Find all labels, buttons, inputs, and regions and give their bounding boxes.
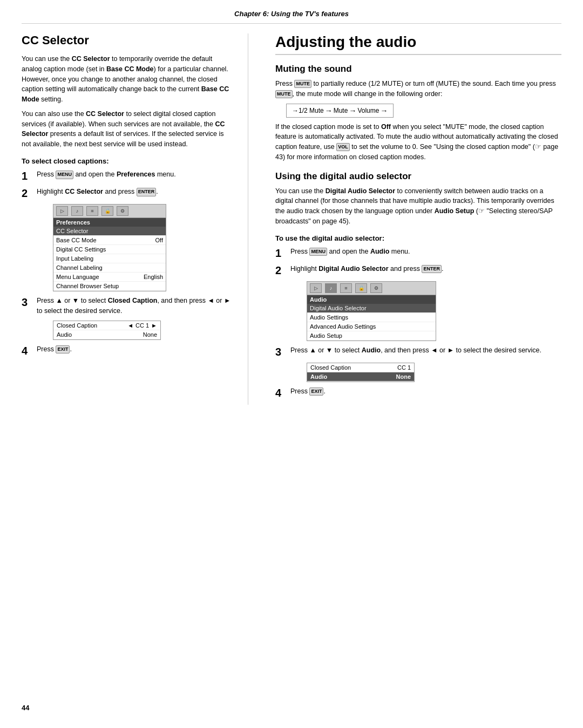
instruction-title: To select closed captions: bbox=[22, 156, 232, 167]
audio-menu-item-setup: Audio Setup bbox=[307, 331, 436, 341]
menu-item-input-labeling: Input Labeling bbox=[53, 254, 166, 263]
digital-step-number-3: 3 bbox=[275, 345, 286, 358]
audio-table-row2: Audio None bbox=[307, 372, 414, 382]
menu-item-menu-language: Menu LanguageEnglish bbox=[53, 273, 166, 282]
vol-icon: VOL bbox=[336, 143, 350, 152]
menu-item-digital-cc: Digital CC Settings bbox=[53, 245, 166, 254]
step-3: 3 Press ▲ or ▼ to select Closed Caption,… bbox=[22, 296, 232, 316]
mute-step-2: Mute bbox=[334, 107, 348, 114]
adjusting-audio-title: Adjusting the audio bbox=[275, 33, 561, 55]
audio-menu-item-das: Digital Audio Selector bbox=[307, 304, 436, 313]
mute-step-3: Volume bbox=[357, 107, 379, 114]
step-3-text: Press ▲ or ▼ to select Closed Caption, a… bbox=[37, 296, 232, 316]
icon-1: ▷ bbox=[56, 206, 68, 216]
audio-menu-item-advanced: Advanced Audio Settings bbox=[307, 322, 436, 331]
step-number-3: 3 bbox=[22, 296, 32, 309]
menu-icon-2: MENU bbox=[309, 248, 327, 256]
audio-icon-2: ♪ bbox=[325, 283, 337, 293]
cc-selector-title: CC Selector bbox=[22, 33, 232, 47]
step-2: 2 Highlight CC Selector and press ENTER. bbox=[22, 187, 232, 200]
digital-step-4: 4 Press EXIT. bbox=[275, 386, 561, 399]
arrows: ◄ CC 1 ► bbox=[127, 322, 157, 329]
audio-table: Closed Caption CC 1 Audio None bbox=[307, 363, 415, 382]
cc-selector-para1: You can use the CC Selector to temporari… bbox=[22, 54, 232, 105]
digital-step-2: 2 Highlight Digital Audio Selector and p… bbox=[275, 264, 561, 277]
step-4: 4 Press EXIT. bbox=[22, 344, 232, 357]
page-number: 44 bbox=[22, 704, 29, 712]
mute-icon-2: MUTE bbox=[275, 90, 293, 99]
icon-5: ⚙ bbox=[117, 206, 128, 216]
audio-icon-1: ▷ bbox=[310, 283, 322, 293]
chapter-header-text: Chapter 6: Using the TV's features bbox=[234, 10, 349, 18]
to-select-closed-captions-block: To select closed captions: 1 Press MENU … bbox=[22, 156, 232, 357]
cc-table: Closed Caption ◄ CC 1 ► Audio None bbox=[53, 321, 161, 340]
audio-menu-icons-bar: ▷ ♪ ≡ 🔒 ⚙ bbox=[307, 282, 436, 295]
enter-icon: ENTER bbox=[137, 188, 157, 196]
cc-selector-table: Closed Caption ◄ CC 1 ► Audio None bbox=[37, 321, 232, 340]
mute-arrow-1: → bbox=[325, 106, 333, 115]
digital-step-4-text: Press EXIT. bbox=[290, 386, 561, 397]
page-container: Chapter 6: Using the TV's features CC Se… bbox=[0, 0, 583, 728]
muting-para1: Press MUTE to partially reduce (1/2 MUTE… bbox=[275, 79, 561, 99]
audio-icon-3: ≡ bbox=[340, 283, 352, 293]
menu-icons-bar: ▷ ♪ ≡ 🔒 ⚙ bbox=[53, 205, 166, 218]
step-2-text: Highlight CC Selector and press ENTER. bbox=[37, 187, 232, 197]
icon-4: 🔒 bbox=[101, 206, 113, 216]
audio-table-screenshot: Closed Caption CC 1 Audio None bbox=[290, 363, 561, 382]
audio-icon-4: 🔒 bbox=[355, 283, 367, 293]
audio-icon-5: ⚙ bbox=[370, 283, 382, 293]
menu-item-channel-browser: Channel Browser Setup bbox=[53, 282, 166, 291]
menu-icon: MENU bbox=[56, 171, 73, 179]
digital-step-1-text: Press MENU and open the Audio menu. bbox=[290, 247, 561, 257]
step-number-4: 4 bbox=[22, 344, 32, 357]
icon-2: ♪ bbox=[71, 206, 83, 216]
cc-table-row1: Closed Caption ◄ CC 1 ► bbox=[53, 321, 160, 330]
step-number-1: 1 bbox=[22, 169, 32, 182]
mute-icon-1: MUTE bbox=[294, 80, 311, 89]
audio-header: Audio bbox=[307, 295, 436, 304]
preferences-header: Preferences bbox=[53, 218, 166, 227]
step-number-2: 2 bbox=[22, 187, 32, 200]
icon-3: ≡ bbox=[86, 206, 98, 216]
exit-icon: EXIT bbox=[56, 345, 70, 354]
audio-menu-item-settings: Audio Settings bbox=[307, 313, 436, 322]
mute-diagram: →1/2 Mute → Mute → Volume → bbox=[286, 104, 394, 118]
cc-table-row2: Audio None bbox=[53, 330, 160, 339]
right-column: Adjusting the audio Muting the sound Pre… bbox=[270, 33, 561, 405]
cc-steps-list: 1 Press MENU and open the Preferences me… bbox=[22, 169, 232, 357]
mute-step-1: →1/2 Mute bbox=[292, 107, 324, 114]
cc-selector-para2: You can also use the CC Selector to sele… bbox=[22, 109, 232, 149]
digital-step-number-4: 4 bbox=[275, 386, 286, 399]
digital-audio-steps-list: 1 Press MENU and open the Audio menu. 2 … bbox=[275, 247, 561, 399]
muting-sound-title: Muting the sound bbox=[275, 64, 561, 74]
step-1: 1 Press MENU and open the Preferences me… bbox=[22, 169, 232, 182]
chapter-header: Chapter 6: Using the TV's features bbox=[22, 0, 561, 24]
audio-menu-screenshot: ▷ ♪ ≡ 🔒 ⚙ Audio Digital Audio Selector bbox=[290, 281, 561, 341]
menu-item-base-cc-mode: Base CC ModeOff bbox=[53, 236, 166, 245]
enter-icon-2: ENTER bbox=[422, 265, 442, 274]
digital-step-number-2: 2 bbox=[275, 264, 286, 277]
step-1-text: Press MENU and open the Preferences menu… bbox=[37, 169, 232, 180]
left-column: CC Selector You can use the CC Selector … bbox=[22, 33, 248, 405]
mute-arrow-3: → bbox=[380, 106, 388, 115]
digital-step-1: 1 Press MENU and open the Audio menu. bbox=[275, 247, 561, 260]
digital-step-3-text: Press ▲ or ▼ to select Audio, and then p… bbox=[290, 345, 561, 356]
exit-icon-2: EXIT bbox=[309, 387, 323, 396]
digital-step-2-text: Highlight Digital Audio Selector and pre… bbox=[290, 264, 561, 274]
menu-item-cc-selector: CC Selector bbox=[53, 227, 166, 236]
menu-item-channel-labeling: Channel Labeling bbox=[53, 263, 166, 273]
audio-menu: ▷ ♪ ≡ 🔒 ⚙ Audio Digital Audio Selector bbox=[307, 281, 436, 341]
step-4-text: Press EXIT. bbox=[37, 344, 232, 355]
preferences-menu-screenshot: ▷ ♪ ≡ 🔒 ⚙ Preferences CC Selector bbox=[37, 204, 232, 291]
muting-para2: If the closed caption mode is set to Off… bbox=[275, 122, 561, 162]
digital-step-number-1: 1 bbox=[275, 247, 286, 260]
mute-arrow-2: → bbox=[349, 106, 356, 115]
digital-audio-instruction-title: To use the digital audio selector: bbox=[275, 233, 561, 244]
digital-step-3: 3 Press ▲ or ▼ to select Audio, and then… bbox=[275, 345, 561, 358]
audio-table-row1: Closed Caption CC 1 bbox=[307, 363, 414, 372]
digital-audio-para1: You can use the Digital Audio Selector t… bbox=[275, 186, 561, 227]
digital-audio-title: Using the digital audio selector bbox=[275, 171, 561, 182]
preferences-menu: ▷ ♪ ≡ 🔒 ⚙ Preferences CC Selector bbox=[53, 204, 166, 291]
to-use-digital-audio-block: To use the digital audio selector: 1 Pre… bbox=[275, 233, 561, 400]
